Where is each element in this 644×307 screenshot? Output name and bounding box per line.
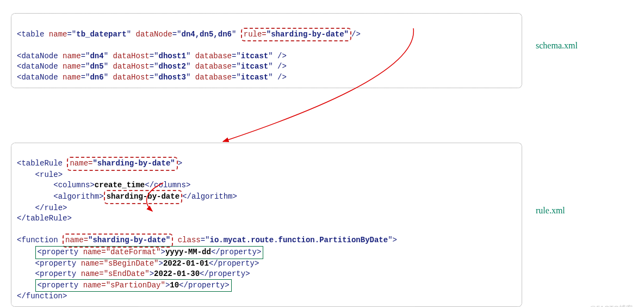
rule-attr-highlight: rule="sharding-by-date" <box>241 28 351 42</box>
tablerule-name-highlight: name="sharding-by-date" <box>67 157 177 171</box>
property-spartionday-highlight: <property name="sPartionDay">10</propert… <box>35 279 232 292</box>
rule-code-box: <tableRule name="sharding-by-date"> <rul… <box>11 143 522 307</box>
algorithm-highlight: sharding-by-date <box>104 190 182 204</box>
columns-value: create_time <box>95 181 145 189</box>
function-class: io.mycat.route.function.PartitionByDate <box>210 236 388 244</box>
rule-xml-label: rule.xml <box>536 206 565 216</box>
property-dateformat-highlight: <property name="dateFormat">yyyy-MM-dd</… <box>35 246 264 259</box>
table-datanode: dn4,dn5,dn6 <box>182 30 232 39</box>
watermark: @51CTO博客 <box>589 304 633 307</box>
table-name: tb_datepart <box>76 30 126 39</box>
schema-code-box: <table name="tb_datepart" dataNode="dn4,… <box>11 13 522 88</box>
schema-xml-label: schema.xml <box>536 41 578 51</box>
